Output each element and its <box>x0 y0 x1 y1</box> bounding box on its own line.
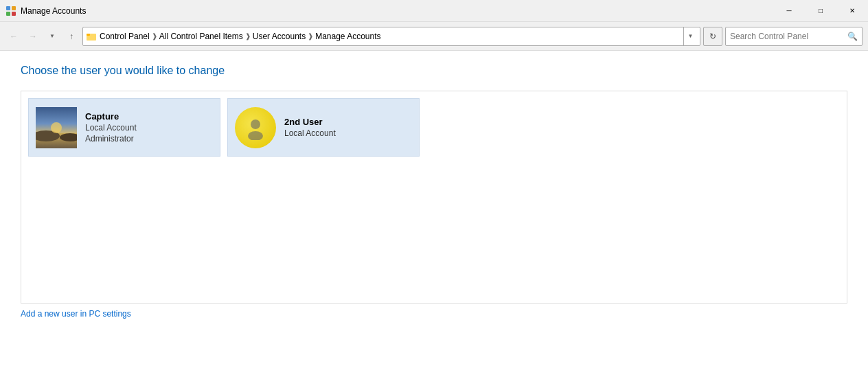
svg-point-11 <box>251 119 260 129</box>
back-button[interactable]: ← <box>5 28 22 45</box>
search-bar[interactable]: 🔍 <box>725 27 863 46</box>
svg-rect-1 <box>12 6 16 10</box>
maximize-button[interactable]: □ <box>805 0 836 22</box>
svg-rect-3 <box>12 12 16 16</box>
title-bar: Manage Accounts ─ □ ✕ <box>0 0 868 22</box>
account-card-2nduser[interactable]: 2nd User Local Account <box>227 98 420 157</box>
breadcrumb-sep-1: ❱ <box>152 32 157 40</box>
svg-rect-0 <box>6 6 10 10</box>
breadcrumb: Control Panel ❱ All Control Panel Items … <box>100 32 681 41</box>
svg-point-10 <box>51 122 62 133</box>
title-bar-left: Manage Accounts <box>5 5 86 16</box>
folder-icon <box>86 31 97 42</box>
account-info-2nduser: 2nd User Local Account <box>284 117 336 138</box>
close-button[interactable]: ✕ <box>836 0 868 22</box>
avatar-2nduser <box>235 107 276 148</box>
toolbar: ← → ▼ ↑ Control Panel ❱ All Control Pane… <box>0 22 868 51</box>
page-heading: Choose the user you would like to change <box>21 65 847 77</box>
breadcrumb-sep-2: ❱ <box>245 32 251 40</box>
account-type-capture: Local Account <box>85 123 137 133</box>
avatar-capture <box>36 107 77 148</box>
svg-rect-2 <box>6 12 10 16</box>
window-title: Manage Accounts <box>21 6 86 16</box>
main-content: Choose the user you would like to change <box>0 51 868 366</box>
account-info-capture: Capture Local Account Administrator <box>85 111 137 144</box>
accounts-container: Capture Local Account Administrator 2nd … <box>21 91 847 304</box>
title-bar-controls: ─ □ ✕ <box>773 0 868 22</box>
svg-rect-5 <box>87 34 90 36</box>
address-dropdown-button[interactable]: ▼ <box>683 27 697 45</box>
breadcrumb-control-panel[interactable]: Control Panel <box>100 32 150 41</box>
svg-point-12 <box>248 131 263 140</box>
minimize-button[interactable]: ─ <box>773 0 805 22</box>
accounts-row: Capture Local Account Administrator 2nd … <box>28 98 840 157</box>
user-silhouette-icon <box>243 115 268 140</box>
add-user-link[interactable]: Add a new user in PC settings <box>21 309 131 319</box>
account-card-capture[interactable]: Capture Local Account Administrator <box>28 98 220 157</box>
up-button[interactable]: ↑ <box>63 28 80 45</box>
breadcrumb-all-items[interactable]: All Control Panel Items <box>159 32 243 41</box>
refresh-button[interactable]: ↻ <box>703 27 722 46</box>
breadcrumb-sep-3: ❱ <box>308 32 313 40</box>
breadcrumb-user-accounts[interactable]: User Accounts <box>253 32 306 41</box>
landscape-image <box>36 107 77 148</box>
address-bar[interactable]: Control Panel ❱ All Control Panel Items … <box>82 27 700 46</box>
account-name-capture: Capture <box>85 111 137 122</box>
breadcrumb-manage-accounts[interactable]: Manage Accounts <box>315 32 380 41</box>
account-name-2nduser: 2nd User <box>284 117 336 127</box>
recent-pages-button[interactable]: ▼ <box>44 28 60 45</box>
account-type-2nduser: Local Account <box>284 128 336 138</box>
forward-button[interactable]: → <box>25 28 41 45</box>
account-role-capture: Administrator <box>85 134 137 144</box>
search-input[interactable] <box>730 32 845 41</box>
search-icon: 🔍 <box>847 32 858 41</box>
window-icon <box>5 5 16 16</box>
